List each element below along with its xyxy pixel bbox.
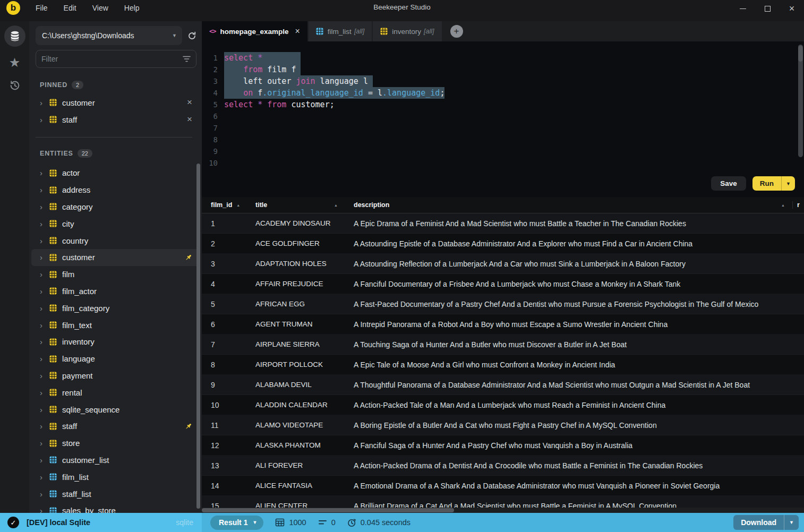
chevron-right-icon[interactable]: ›	[40, 371, 49, 380]
horizontal-scrollbar-thumb[interactable]	[202, 508, 454, 512]
table-row[interactable]: 11 ALAMO VIDEOTAPE A Boring Epistle of a…	[202, 415, 804, 435]
menu-file[interactable]: File	[28, 2, 56, 14]
pinned-item-staff[interactable]: › staff ×	[29, 111, 202, 128]
sidebar-item-language[interactable]: › language	[29, 350, 202, 367]
download-button[interactable]: Download ▼	[733, 515, 799, 530]
chevron-right-icon[interactable]: ›	[40, 98, 49, 107]
favorites-button[interactable]: ★	[9, 55, 21, 70]
table-row[interactable]: 3 ADAPTATION HOLES A Astounding Reflecti…	[202, 254, 804, 274]
table-row[interactable]: 1 ACADEMY DINOSAUR A Epic Drama of a Fem…	[202, 213, 804, 234]
sidebar-item-film_actor[interactable]: › film_actor	[29, 283, 202, 300]
table-row[interactable]: 2 ACE GOLDFINGER A Astounding Epistle of…	[202, 234, 804, 254]
chevron-right-icon[interactable]: ›	[40, 202, 49, 211]
chevron-right-icon[interactable]: ›	[40, 253, 49, 262]
table-row[interactable]: 13 ALI FOREVER A Action-Packed Drama of …	[202, 456, 804, 476]
pinned-item-customer[interactable]: › customer ×	[29, 94, 202, 111]
sql-editor[interactable]: 12345678910 select * from film f left ou…	[202, 41, 804, 197]
download-dropdown-caret[interactable]: ▼	[784, 515, 799, 530]
sidebar-item-payment[interactable]: › payment	[29, 367, 202, 384]
horizontal-scrollbar[interactable]	[202, 508, 804, 513]
chevron-right-icon[interactable]: ›	[40, 185, 49, 194]
table-row[interactable]: 5 AFRICAN EGG A Fast-Paced Documentary o…	[202, 294, 804, 314]
table-row[interactable]: 12 ALASKA PHANTOM A Fanciful Saga of a H…	[202, 435, 804, 456]
chevron-right-icon[interactable]: ›	[40, 337, 49, 346]
menu-view[interactable]: View	[84, 2, 116, 14]
history-button[interactable]	[9, 80, 21, 93]
code-line[interactable]: left outer join language l	[224, 75, 444, 87]
filter-input[interactable]	[41, 55, 183, 63]
sidebar-item-staff_list[interactable]: › staff_list	[29, 485, 202, 502]
menu-help[interactable]: Help	[116, 2, 148, 14]
pin-button[interactable]	[183, 254, 194, 261]
tab-film_list[interactable]: film_list[all]	[309, 21, 372, 41]
table-row[interactable]: 8 AIRPORT POLLOCK A Epic Tale of a Moose…	[202, 355, 804, 375]
unpin-icon[interactable]: ×	[185, 114, 194, 125]
minimize-button[interactable]	[731, 1, 755, 16]
sidebar-item-customer[interactable]: › customer	[31, 249, 200, 266]
result-selector-button[interactable]: Result 1 ▼	[210, 516, 263, 530]
sidebar-item-inventory[interactable]: › inventory	[29, 333, 202, 350]
chevron-right-icon[interactable]: ›	[40, 405, 49, 414]
connection-select[interactable]: C:\Users\ghstng\Downloads ▼	[36, 26, 182, 45]
sidebar-item-address[interactable]: › address	[29, 182, 202, 199]
sidebar-scrollbar-thumb[interactable]	[196, 164, 200, 509]
sidebar-item-sqlite_sequence[interactable]: › sqlite_sequence	[29, 401, 202, 418]
table-row[interactable]: 14 ALICE FANTASIA A Emotional Drama of a…	[202, 476, 804, 496]
pin-button[interactable]	[183, 423, 194, 430]
run-button-label[interactable]: Run	[752, 179, 781, 187]
sidebar-item-customer_list[interactable]: › customer_list	[29, 452, 202, 469]
chevron-right-icon[interactable]: ›	[40, 388, 49, 397]
table-row[interactable]: 4 AFFAIR PREJUDICE A Fanciful Documentar…	[202, 274, 804, 294]
sidebar-item-film_category[interactable]: › film_category	[29, 299, 202, 316]
chevron-right-icon[interactable]: ›	[40, 506, 49, 513]
maximize-button[interactable]	[755, 1, 780, 16]
table-row[interactable]: 6 AGENT TRUMAN A Intrepid Panorama of a …	[202, 314, 804, 334]
code-line[interactable]: select * from customer;	[224, 99, 444, 110]
sidebar-item-sales_by_store[interactable]: › sales_by_store	[29, 502, 202, 513]
close-button[interactable]: ×	[780, 1, 804, 16]
save-button[interactable]: Save	[711, 176, 746, 191]
chevron-right-icon[interactable]: ›	[40, 219, 49, 228]
tab-homepage_example[interactable]: <>homepage_example×	[202, 21, 307, 41]
column-header-title[interactable]: title ▲	[250, 201, 345, 209]
sidebar-item-city[interactable]: › city	[29, 215, 202, 232]
sidebar-item-category[interactable]: › category	[29, 199, 202, 216]
column-header-film-id[interactable]: film_id ▲	[202, 201, 250, 209]
code-line[interactable]: from film f	[224, 64, 444, 75]
sidebar-item-actor[interactable]: › actor	[29, 165, 202, 182]
sidebar-item-country[interactable]: › country	[29, 232, 202, 249]
tab-inventory[interactable]: inventory[all]	[373, 21, 441, 41]
run-dropdown-caret[interactable]: ▼	[781, 176, 795, 191]
sidebar-item-film_list[interactable]: › film_list	[29, 468, 202, 485]
run-button[interactable]: Run ▼	[752, 176, 795, 191]
sidebar-item-rental[interactable]: › rental	[29, 384, 202, 401]
table-row[interactable]: 15 ALIEN CENTER A Brilliant Drama of a C…	[202, 496, 804, 508]
chevron-right-icon[interactable]: ›	[40, 473, 49, 482]
chevron-right-icon[interactable]: ›	[40, 270, 49, 279]
sidebar-item-film_text[interactable]: › film_text	[29, 316, 202, 333]
table-row[interactable]: 7 AIRPLANE SIERRA A Touching Saga of a H…	[202, 334, 804, 355]
table-row[interactable]: 9 ALABAMA DEVIL A Thoughtful Panorama of…	[202, 375, 804, 395]
chevron-right-icon[interactable]: ›	[40, 422, 49, 431]
menu-edit[interactable]: Edit	[56, 2, 84, 14]
code-line[interactable]: on f.original_language_id = l.language_i…	[224, 87, 444, 99]
table-row[interactable]: 10 ALADDIN CALENDAR A Action-Packed Tale…	[202, 395, 804, 415]
column-header-next-clipped[interactable]: r	[792, 201, 804, 209]
chevron-right-icon[interactable]: ›	[40, 490, 49, 499]
chevron-right-icon[interactable]: ›	[40, 236, 49, 245]
sidebar-item-staff[interactable]: › staff	[29, 418, 202, 435]
column-header-description[interactable]: description ▲	[345, 201, 792, 209]
refresh-button[interactable]	[187, 31, 196, 40]
chevron-right-icon[interactable]: ›	[40, 439, 49, 448]
chevron-right-icon[interactable]: ›	[40, 354, 49, 363]
code-line[interactable]: select *	[224, 52, 444, 64]
chevron-right-icon[interactable]: ›	[40, 456, 49, 465]
database-panel-button[interactable]	[4, 25, 25, 47]
results-scrollbar-thumb[interactable]	[798, 46, 803, 62]
chevron-right-icon[interactable]: ›	[40, 115, 49, 124]
chevron-right-icon[interactable]: ›	[40, 287, 49, 296]
unpin-icon[interactable]: ×	[185, 97, 194, 108]
chevron-right-icon[interactable]: ›	[40, 321, 49, 330]
tab-close-icon[interactable]: ×	[295, 27, 300, 36]
sidebar-item-film[interactable]: › film	[29, 266, 202, 283]
